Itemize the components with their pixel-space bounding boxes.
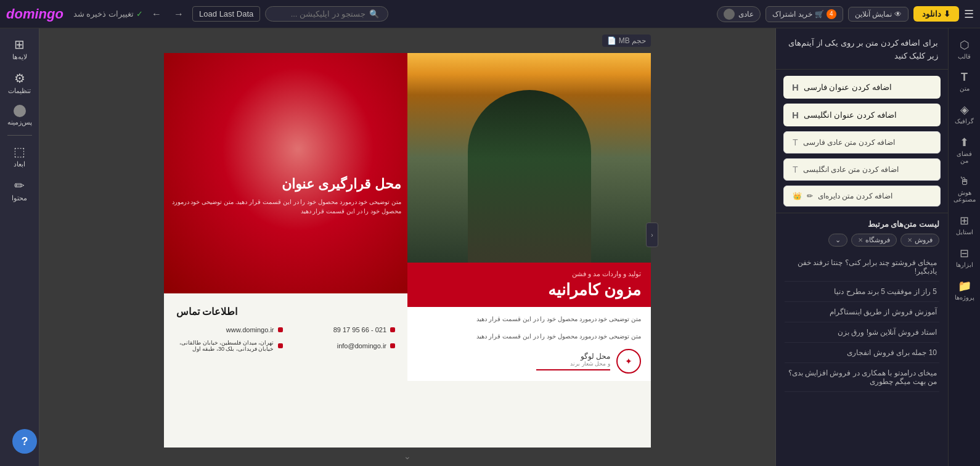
page-left: محل قرارگیری عنوان متن توضیحی خود درمورد… <box>164 53 407 448</box>
right-panel: برای اضافه کردن متن بر روی یکی از آیتم‌ه… <box>775 28 948 466</box>
related-item-0[interactable]: میخای فروشتو چند برابر کنی؟ چنتا ترفند خ… <box>785 253 939 282</box>
far-right-ai[interactable]: 🖱 هوش مصنوعی <box>950 171 979 206</box>
layers-icon: ⊞ <box>14 37 25 52</box>
size-label: 📄 MB حجم <box>602 35 651 47</box>
help-button[interactable]: ? <box>12 429 37 454</box>
contact-dot-phone <box>390 327 395 332</box>
sidebar-item-content[interactable]: ✏ محتوا <box>2 174 37 206</box>
h-icon-fa: H <box>792 82 799 92</box>
layers-label: لایه‌ها <box>12 53 27 61</box>
far-right-graphic[interactable]: ◈ گرافیک <box>950 99 979 128</box>
settings-icon: ⚙ <box>14 71 25 86</box>
page-right: تولید و واردات مد و فشن مزون کامرانیه مت… <box>407 53 651 448</box>
add-text-en-label: اضافه کردن متن عادی انگلیسی <box>803 165 899 174</box>
add-text-fa-button[interactable]: اضافه کردن متن عادی فارسی T <box>783 131 941 153</box>
filter-tags: فروش ✕ فروشگاه ✕ ⌄ <box>785 234 939 247</box>
related-item-2[interactable]: آموزش فروش از طریق اینستاگرام <box>785 302 939 322</box>
filter-tag-sale[interactable]: فروش ✕ <box>900 234 939 247</box>
related-list: میخای فروشتو چند برابر کنی؟ چنتا ترفند خ… <box>785 253 939 392</box>
contact-dot-address <box>278 343 283 348</box>
add-circular-button[interactable]: اضافه کردن متن دایره‌ای ✏ 👑 <box>783 186 941 206</box>
contact-dot-email <box>390 343 395 348</box>
undo-button[interactable]: ← <box>148 7 165 21</box>
far-right-tools[interactable]: ⊟ ابزارها <box>950 243 979 272</box>
contact-grid: 021 - 66 95 17 89 www.domingo.ir info@do… <box>176 326 395 352</box>
page-right-image <box>407 53 651 263</box>
page-right-bottom: متن توضیحی خود درمورد محصول خود را در ای… <box>407 307 651 381</box>
my-space-label: فضای من <box>952 150 977 164</box>
add-text-fa-label: اضافه کردن متن عادی فارسی <box>803 138 895 147</box>
sidebar-item-dimensions[interactable]: ⬚ ابعاد <box>2 141 37 172</box>
search-input[interactable] <box>274 9 365 18</box>
contact-phone: 021 - 66 95 17 89 <box>289 326 396 333</box>
graphic-label: گرافیک <box>955 118 974 125</box>
add-heading-fa-button[interactable]: اضافه کردن عنوان فارسی H <box>783 76 941 99</box>
download-label: دانلود <box>922 9 941 18</box>
content-label: محتوا <box>12 194 27 202</box>
check-icon: ✓ <box>136 9 143 18</box>
template-icon: ⬡ <box>960 38 970 52</box>
far-right-projects[interactable]: 📁 پروژه‌ها <box>950 276 979 305</box>
redo-button[interactable]: → <box>170 7 187 21</box>
buy-subscription-button[interactable]: 4 🛒 خرید اشتراک <box>766 6 843 22</box>
promo-text-1: متن توضیحی خود درمورد محصول خود را در ای… <box>417 314 641 324</box>
filter-tag-shop[interactable]: فروشگاه ✕ <box>851 234 897 247</box>
load-last-button[interactable]: Load Last Data <box>192 6 260 22</box>
far-right-my-space[interactable]: ⬆ فضای من <box>950 132 979 168</box>
online-view-button[interactable]: 👁 نمایش آنلاین <box>848 7 909 22</box>
save-button[interactable]: ✓ تغییرات ذخیره شد <box>73 9 143 18</box>
related-item-4[interactable]: 10 جمله برای فروش انفجاری <box>785 343 939 363</box>
filter-tag-remove-sale[interactable]: ✕ <box>907 237 912 243</box>
app-logo: domingo <box>6 6 63 22</box>
search-bar[interactable]: 🔍 <box>265 6 388 22</box>
far-right-template[interactable]: ⬡ قالب <box>950 35 979 63</box>
add-circular-label: اضافه کردن متن دایره‌ای <box>818 192 892 200</box>
filter-tag-remove-shop[interactable]: ✕ <box>858 237 863 243</box>
chevron-icon: ⌄ <box>835 236 841 244</box>
buy-badge: 4 <box>827 9 836 19</box>
buy-label: خرید اشتراک <box>772 10 812 18</box>
contact-title: اطلاعات تماس <box>176 306 237 317</box>
mode-toggle[interactable]: عادی <box>717 6 761 22</box>
graphic-icon: ◈ <box>960 103 969 116</box>
contact-dot-website <box>278 327 283 332</box>
sidebar-item-settings[interactable]: ⚙ تنظیمات <box>2 67 37 99</box>
download-button[interactable]: ⬇ دانلود <box>913 6 959 22</box>
canvas-document[interactable]: محل قرارگیری عنوان متن توضیحی خود درمورد… <box>164 53 651 448</box>
canvas-area: 📄 MB حجم محل قرارگیری عنوان متن توضیحی خ… <box>39 28 775 466</box>
logo-area: ✦ محل لوگو و محل شعار برند <box>417 349 641 374</box>
add-text-en-button[interactable]: اضافه کردن متن عادی انگلیسی T <box>783 158 941 181</box>
settings-label: تنظیمات <box>8 87 31 95</box>
sidebar-item-background[interactable]: پس‌زمینه <box>2 101 37 130</box>
far-right-style[interactable]: ⊞ استایل <box>950 210 979 239</box>
sidebar-divider <box>7 135 32 136</box>
far-right-text[interactable]: T متن <box>950 67 979 96</box>
ai-icon: 🖱 <box>959 175 970 188</box>
related-item-5[interactable]: میخای درامدتو با همکاری در فروش افزایش ب… <box>785 363 939 392</box>
banner-title: مزون کامرانیه <box>417 280 641 300</box>
text-label: متن <box>960 85 970 92</box>
style-label: استایل <box>956 229 973 235</box>
logo-main-text: محل لوگو <box>417 352 610 361</box>
sidebar-item-layers[interactable]: ⊞ لایه‌ها <box>2 33 37 65</box>
hamburger-button[interactable]: ☰ <box>964 7 974 21</box>
dimensions-icon: ⬚ <box>14 144 25 159</box>
download-icon: ⬇ <box>944 9 950 18</box>
filter-tag-label-sale: فروش <box>915 236 933 244</box>
page-left-desc: متن توضیحی خود درمورد محصول خود را در ای… <box>170 197 401 216</box>
related-title: لیست متن‌های مرتبط <box>785 219 939 229</box>
crown-icon: 👑 <box>793 192 802 200</box>
upload-icon: ⬆ <box>960 136 969 149</box>
buy-icon: 🛒 <box>815 10 824 18</box>
promo-text-2: متن توضیحی خود درمورد محصول خود را در ای… <box>417 332 641 341</box>
contact-address: تهران، میدان فلسطین، خیابان طالقانی، خیا… <box>176 340 283 352</box>
file-icon: 📄 <box>607 36 616 45</box>
panel-collapse-arrow[interactable]: › <box>646 223 658 247</box>
page-left-overlay: محل قرارگیری عنوان متن توضیحی خود درمورد… <box>170 176 401 287</box>
related-item-1[interactable]: 5 راز از موفقیت 5 برند مطرح دنیا <box>785 282 939 302</box>
eye-icon: 👁 <box>894 10 902 18</box>
add-heading-en-button[interactable]: اضافه کردن عنوان انگلیسی H <box>783 104 941 126</box>
t-icon-fa: T <box>793 137 798 147</box>
filter-tag-dropdown[interactable]: ⌄ <box>828 234 847 247</box>
related-item-3[interactable]: استاد فروش آنلاین شو! ورق بزن <box>785 322 939 343</box>
